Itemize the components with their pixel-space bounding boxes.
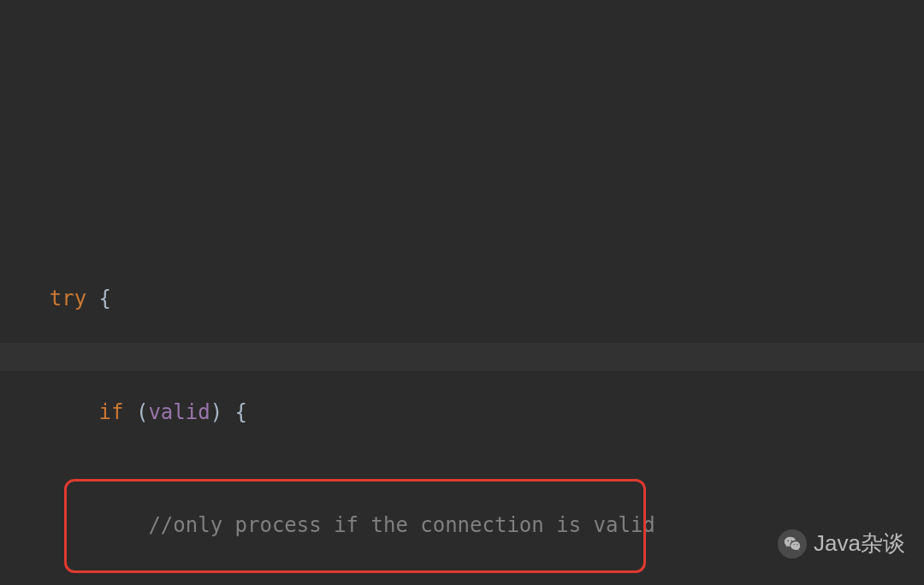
watermark: Java杂谈 — [778, 529, 905, 559]
indent — [0, 400, 99, 424]
comment: //only process if the connection is vali… — [148, 513, 654, 537]
active-line-highlight — [0, 343, 924, 371]
wechat-icon — [778, 529, 807, 558]
keyword-try: try — [50, 287, 86, 310]
code-line[interactable]: if (valid) { — [0, 399, 924, 427]
code-editor[interactable]: try { if (valid) { //only process if the… — [0, 0, 924, 585]
keyword-if: if — [99, 400, 124, 424]
field-valid: valid — [148, 400, 210, 424]
code-line[interactable]: try { — [0, 285, 924, 313]
indent — [0, 513, 148, 537]
indent — [0, 287, 50, 310]
brace: { — [86, 287, 111, 310]
watermark-text: Java杂谈 — [814, 529, 905, 559]
brace: ) { — [210, 400, 247, 424]
paren: ( — [124, 400, 149, 424]
